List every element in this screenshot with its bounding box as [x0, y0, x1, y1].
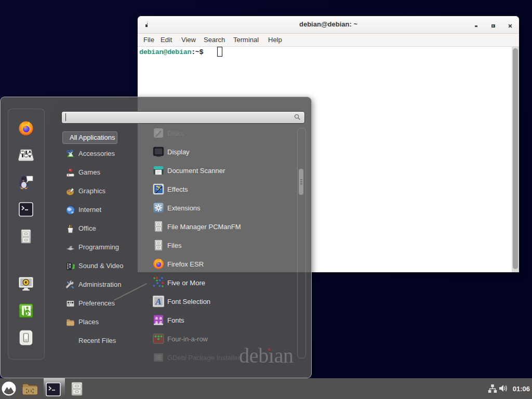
svg-text:A: A [155, 297, 161, 307]
svg-text:a: a [155, 320, 158, 325]
svg-text:a: a [159, 320, 162, 325]
